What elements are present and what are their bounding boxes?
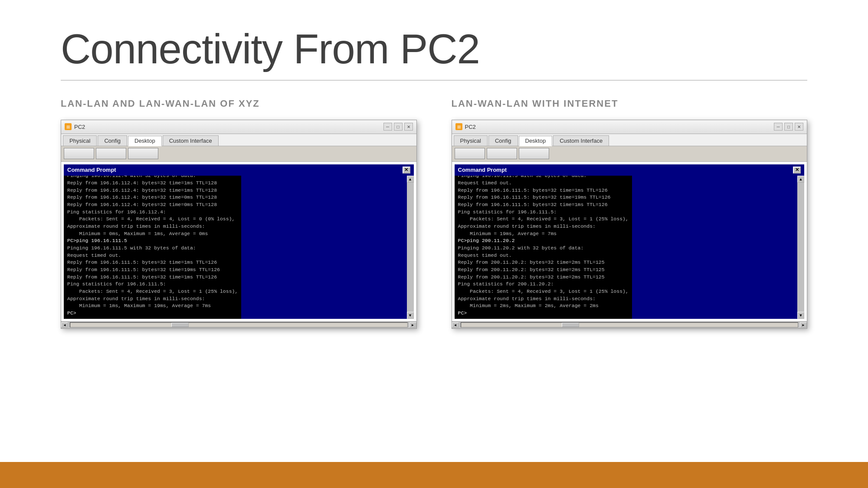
- left-toolbar-btn2[interactable]: [96, 148, 126, 159]
- left-cmd-window: Command Prompt ✕ PC>ping 196.16.112.4Pin…: [64, 164, 414, 319]
- left-tab-desktop[interactable]: Desktop: [128, 136, 162, 146]
- left-window-title: PC2: [74, 124, 85, 130]
- right-scroll-right[interactable]: ►: [800, 322, 807, 328]
- left-cmd-scrollbar[interactable]: ▲ ▼: [407, 176, 414, 319]
- left-cmd-title: Command Prompt: [67, 167, 116, 173]
- right-scroll-down[interactable]: ▼: [797, 312, 804, 319]
- right-cmd-container: PC>ping 196.16.111.5Pinging 196.16.111.5…: [455, 176, 805, 319]
- left-window-controls: ─ □ ✕: [383, 123, 413, 131]
- left-tab-config[interactable]: Config: [98, 135, 127, 146]
- right-tab-desktop[interactable]: Desktop: [519, 136, 553, 146]
- right-h-scrollbar[interactable]: ◄ ►: [452, 321, 807, 328]
- left-window-tabs: Physical Config Desktop Custom Interface: [61, 134, 416, 146]
- right-cmd-body[interactable]: PC>ping 196.16.111.5Pinging 196.16.111.5…: [455, 176, 632, 319]
- right-window-icon: [455, 123, 462, 130]
- right-cmd-titlebar: Command Prompt ✕: [455, 164, 805, 176]
- right-window-toolbar: [452, 146, 807, 162]
- right-close-button[interactable]: ✕: [795, 123, 803, 131]
- left-section: LAN-LAN AND LAN-WAN-LAN OF XYZ PC2 ─ □ ✕: [61, 98, 417, 329]
- left-window-titlebar: PC2 ─ □ ✕: [61, 120, 416, 134]
- right-toolbar-btn3[interactable]: [519, 148, 549, 159]
- right-window-tabs: Physical Config Desktop Custom Interface: [452, 134, 807, 146]
- right-toolbar-btn2[interactable]: [487, 148, 517, 159]
- left-section-label: LAN-LAN AND LAN-WAN-LAN OF XYZ: [61, 98, 417, 109]
- left-scroll-left[interactable]: ◄: [61, 322, 68, 328]
- right-section-label: LAN-WAN-LAN WITH INTERNET: [452, 98, 808, 109]
- left-scroll-thumb[interactable]: [171, 323, 189, 327]
- left-tab-physical[interactable]: Physical: [63, 135, 97, 146]
- right-scroll-thumb[interactable]: [562, 323, 579, 327]
- left-cmd-close-button[interactable]: ✕: [403, 167, 410, 174]
- right-tab-custom[interactable]: Custom Interface: [553, 135, 609, 146]
- right-cmd-title: Command Prompt: [458, 167, 507, 173]
- left-toolbar-btn1[interactable]: [64, 148, 94, 159]
- left-minimize-button[interactable]: ─: [383, 123, 392, 131]
- left-window-icon: [65, 123, 72, 130]
- content-area: LAN-LAN AND LAN-WAN-LAN OF XYZ PC2 ─ □ ✕: [0, 81, 868, 329]
- left-scroll-down[interactable]: ▼: [407, 312, 414, 319]
- left-scroll-right[interactable]: ►: [409, 322, 416, 328]
- slide-title: Connectivity From PC2: [61, 26, 807, 72]
- bottom-bar: [0, 462, 868, 488]
- right-cmd-scrollbar[interactable]: ▲ ▼: [797, 176, 804, 319]
- title-area: Connectivity From PC2: [0, 0, 868, 72]
- left-scroll-up[interactable]: ▲: [407, 176, 414, 183]
- right-window: PC2 ─ □ ✕ Physical Config Desktop Custom…: [452, 120, 808, 329]
- right-maximize-button[interactable]: □: [784, 123, 793, 131]
- right-cmd-close-button[interactable]: ✕: [793, 167, 801, 174]
- right-scroll-track: [461, 322, 799, 328]
- right-cmd-window: Command Prompt ✕ PC>ping 196.16.111.5Pin…: [455, 164, 805, 319]
- right-tab-physical[interactable]: Physical: [454, 135, 488, 146]
- right-toolbar-btn1[interactable]: [455, 148, 485, 159]
- left-window: PC2 ─ □ ✕ Physical Config Desktop Custom…: [61, 120, 417, 329]
- right-window-titlebar: PC2 ─ □ ✕: [452, 120, 807, 134]
- right-minimize-button[interactable]: ─: [774, 123, 783, 131]
- right-window-controls: ─ □ ✕: [774, 123, 803, 131]
- left-tab-custom[interactable]: Custom Interface: [163, 135, 219, 146]
- right-tab-config[interactable]: Config: [488, 135, 518, 146]
- left-scroll-track: [70, 322, 408, 328]
- left-cmd-body[interactable]: PC>ping 196.16.112.4Pinging 196.16.112.4…: [64, 176, 241, 319]
- left-window-toolbar: [61, 146, 416, 162]
- right-scroll-up[interactable]: ▲: [797, 176, 804, 183]
- left-close-button[interactable]: ✕: [404, 123, 413, 131]
- right-section: LAN-WAN-LAN WITH INTERNET PC2 ─ □ ✕: [452, 98, 808, 329]
- right-window-title: PC2: [465, 124, 476, 130]
- left-cmd-titlebar: Command Prompt ✕: [64, 164, 414, 176]
- left-maximize-button[interactable]: □: [394, 123, 403, 131]
- left-h-scrollbar[interactable]: ◄ ►: [61, 321, 416, 328]
- slide: Connectivity From PC2 LAN-LAN AND LAN-WA…: [0, 0, 868, 488]
- left-cmd-container: PC>ping 196.16.112.4Pinging 196.16.112.4…: [64, 176, 414, 319]
- left-toolbar-btn3[interactable]: [128, 148, 158, 159]
- right-scroll-left[interactable]: ◄: [452, 322, 459, 328]
